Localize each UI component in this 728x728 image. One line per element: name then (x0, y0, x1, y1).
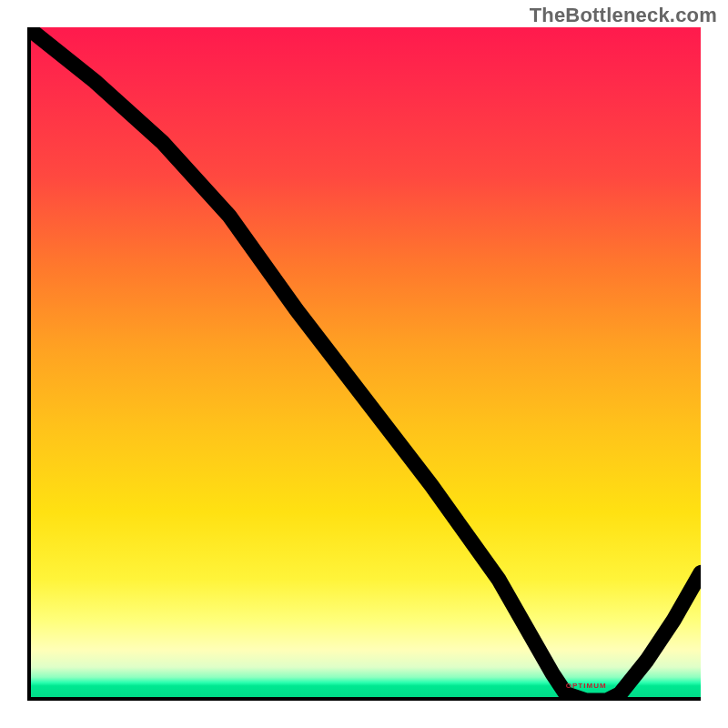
watermark-text: TheBottleneck.com (530, 4, 717, 27)
curve-path (27, 27, 701, 701)
chart-area: OPTIMUM (27, 27, 701, 701)
bottleneck-curve (27, 27, 701, 701)
optimum-marker-label: OPTIMUM (566, 682, 607, 690)
